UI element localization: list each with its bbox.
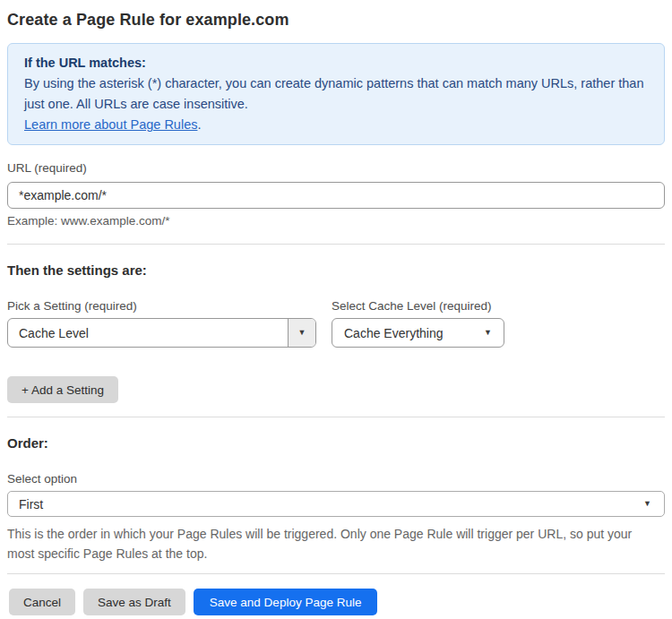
- cache-level-select[interactable]: Cache Everything ▼: [332, 318, 504, 348]
- pick-setting-label: Pick a Setting (required): [7, 299, 332, 313]
- url-field-label: URL (required): [7, 161, 665, 175]
- chevron-down-icon: ▼: [643, 500, 651, 508]
- section-divider: [7, 244, 665, 245]
- cancel-button[interactable]: Cancel: [9, 589, 75, 615]
- section-divider: [7, 573, 665, 574]
- info-box-link-line: Learn more about Page Rules.: [24, 115, 648, 135]
- chevron-down-icon: ▼: [298, 329, 306, 337]
- order-help-text: This is the order in which your Page Rul…: [7, 524, 645, 563]
- pick-setting-select[interactable]: Cache Level ▼: [7, 318, 316, 348]
- settings-selects-row: Cache Level ▼ Cache Everything ▼: [7, 318, 665, 348]
- chevron-down-icon: ▼: [484, 329, 492, 337]
- form-actions: Cancel Save as Draft Save and Deploy Pag…: [9, 589, 665, 615]
- save-and-deploy-button[interactable]: Save and Deploy Page Rule: [194, 589, 378, 615]
- url-example-text: Example: www.example.com/*: [7, 214, 665, 228]
- order-select-value: First: [19, 497, 43, 512]
- cache-level-value: Cache Everything: [344, 326, 444, 340]
- settings-labels-row: Pick a Setting (required) Select Cache L…: [7, 299, 665, 313]
- pick-setting-value: Cache Level: [8, 319, 288, 347]
- settings-heading: Then the settings are:: [7, 262, 665, 278]
- order-heading: Order:: [7, 435, 665, 451]
- info-box-heading: If the URL matches:: [24, 53, 648, 73]
- order-select[interactable]: First ▼: [7, 491, 665, 517]
- cache-level-label: Select Cache Level (required): [332, 299, 492, 313]
- info-box-body: By using the asterisk (*) character, you…: [24, 73, 648, 115]
- learn-more-link[interactable]: Learn more about Page Rules: [24, 117, 197, 132]
- order-select-label: Select option: [7, 472, 665, 486]
- page-title: Create a Page Rule for example.com: [7, 11, 665, 30]
- url-match-info-box: If the URL matches: By using the asteris…: [7, 43, 665, 145]
- section-divider: [7, 417, 665, 417]
- save-as-draft-button[interactable]: Save as Draft: [83, 589, 185, 615]
- add-setting-button[interactable]: + Add a Setting: [7, 376, 118, 403]
- pick-setting-arrow-button[interactable]: ▼: [288, 319, 315, 347]
- url-input-value: *example.com/*: [19, 188, 107, 202]
- page-rule-form: Create a Page Rule for example.com If th…: [0, 0, 672, 615]
- url-input[interactable]: *example.com/*: [7, 182, 665, 209]
- link-suffix: .: [197, 117, 201, 132]
